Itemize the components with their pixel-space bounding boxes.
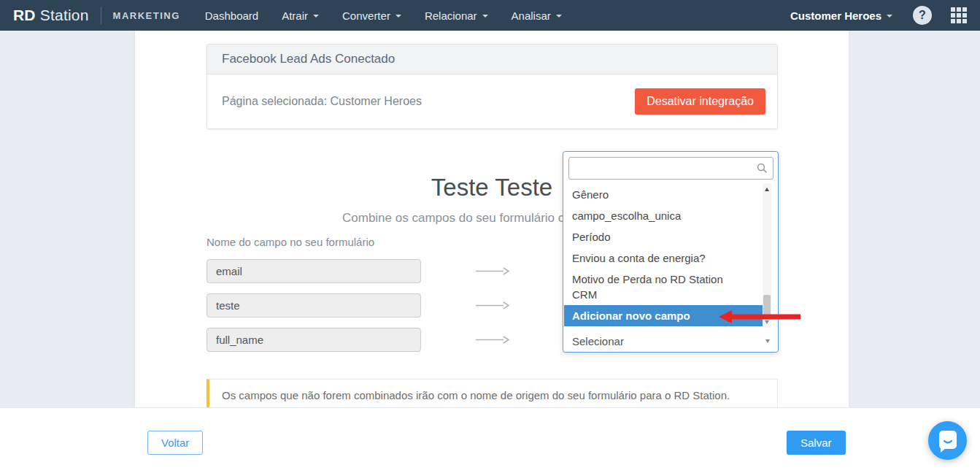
back-button[interactable]: Voltar [147, 431, 203, 455]
chat-bubble-icon [937, 429, 959, 453]
help-icon[interactable]: ? [913, 6, 932, 25]
navbar-right: Customer Heroes ? [790, 6, 967, 25]
nav-item-converter[interactable]: Converter [342, 9, 401, 22]
select-placeholder: Selecionar [572, 335, 624, 347]
disconnect-button[interactable]: Desativar integração [635, 88, 765, 115]
footer-bar: Voltar Salvar [0, 407, 980, 473]
nav-item-label: Atrair [282, 9, 308, 22]
nav-item-dashboard[interactable]: Dashboard [205, 9, 258, 22]
form-field-input [207, 259, 421, 283]
panel-header: Facebook Lead Ads Conectado [207, 45, 777, 74]
panel-title: Facebook Lead Ads Conectado [222, 52, 395, 66]
logo-divider [101, 7, 101, 24]
chevron-down-icon [482, 15, 488, 18]
app-screen: RD Station MARKETING Dashboard Atrair Co… [0, 0, 980, 473]
nav-item-atrair[interactable]: Atrair [282, 9, 319, 22]
nav-item-relacionar[interactable]: Relacionar [425, 9, 488, 22]
panel-body: Página selecionada: Customer Heroes Desa… [207, 74, 777, 128]
dropdown-option[interactable]: Gênero [564, 184, 763, 205]
dropdown-option[interactable]: Enviou a conta de energia? [564, 247, 763, 269]
nav-item-label: Relacionar [425, 9, 477, 22]
product-label: MARKETING [113, 10, 180, 21]
mapping-arrow-icon [476, 301, 509, 310]
logo-station: Station [40, 7, 89, 23]
dropdown-search-input[interactable] [568, 157, 773, 180]
nav-item-label: Converter [342, 9, 390, 22]
top-navbar: RD Station MARKETING Dashboard Atrair Co… [0, 0, 980, 31]
search-icon [757, 163, 768, 174]
dropdown-option[interactable]: Motivo de Perda no RD Station CRM [564, 269, 763, 305]
chat-launcher[interactable] [928, 421, 967, 460]
mapping-arrow-icon [476, 266, 509, 276]
chevron-down-icon [313, 15, 319, 18]
main-content: Facebook Lead Ads Conectado Página selec… [135, 31, 849, 407]
navbar-left: RD Station MARKETING Dashboard Atrair Co… [13, 7, 585, 24]
dropdown-option[interactable]: campo_escolha_unica [564, 205, 763, 226]
chevron-down-icon [556, 15, 562, 18]
nav-item-label: Dashboard [205, 9, 258, 22]
annotation-arrow-icon [719, 309, 802, 324]
save-button[interactable]: Salvar [787, 431, 846, 455]
form-subtitle: Combine os campos do seu formulário com [342, 211, 582, 226]
chevron-down-icon [396, 15, 401, 18]
apps-grid-icon[interactable] [951, 7, 967, 23]
selected-page-text: Página selecionada: Customer Heroes [222, 95, 422, 108]
nav-item-analisar[interactable]: Analisar [512, 9, 562, 22]
native-select[interactable]: Selecionar [564, 331, 777, 351]
rd-station-logo[interactable]: RD Station [13, 7, 89, 24]
dropdown-options-list: Gênero campo_escolha_unica Período Envio… [564, 184, 763, 326]
chevron-down-icon [765, 339, 770, 343]
dropdown-option[interactable]: Período [564, 226, 763, 247]
nav-item-label: Analisar [512, 9, 551, 22]
logo-rd: RD [13, 7, 36, 23]
form-field-input [207, 293, 421, 318]
dropdown-search [568, 157, 773, 180]
form-field-input [207, 328, 421, 352]
column-label: Nome do campo no seu formulário [207, 236, 374, 248]
facebook-leadads-panel: Facebook Lead Ads Conectado Página selec… [207, 44, 778, 129]
scroll-up-icon[interactable] [765, 188, 769, 191]
info-note-text: Os campos que não forem combinados irão … [222, 389, 765, 401]
dropdown-scrollbar[interactable] [763, 183, 771, 328]
account-name: Customer Heroes [790, 9, 881, 22]
chevron-down-icon [887, 15, 892, 18]
mapping-arrow-icon [476, 335, 509, 345]
account-menu[interactable]: Customer Heroes [790, 9, 892, 22]
